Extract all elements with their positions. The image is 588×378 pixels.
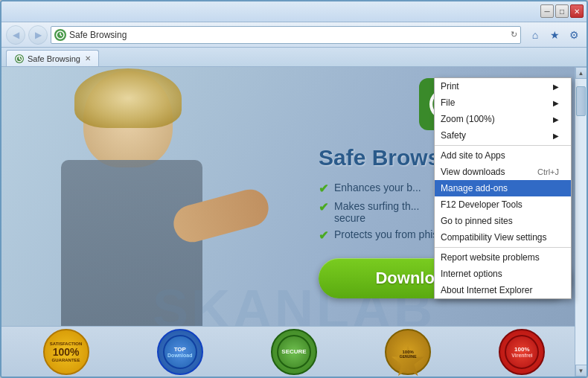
menu-arrow-zoom: ▶	[553, 115, 559, 124]
menu-item-view-downloads[interactable]: View downloads Ctrl+J	[435, 164, 571, 180]
scroll-track	[575, 79, 587, 365]
toolbar-icons: ⌂ ★ ⚙	[527, 27, 582, 43]
back-button[interactable]: ◀	[6, 25, 25, 45]
menu-item-about-ie[interactable]: About Internet Explorer	[435, 282, 571, 298]
title-bar-controls: ─ □ ✕	[540, 4, 584, 18]
settings-icon[interactable]: ⚙	[566, 27, 582, 43]
tab-safe-browsing[interactable]: Safe Browsing ✕	[6, 50, 99, 66]
menu-item-file[interactable]: File ▶	[435, 94, 571, 111]
menu-item-compat-view[interactable]: Compatibility View settings	[435, 229, 571, 246]
menu-item-print[interactable]: Print ▶	[435, 78, 571, 94]
badge-top-download: TOP Download	[157, 329, 203, 375]
check-icon-3: ✔	[319, 228, 328, 243]
check-icon-1: ✔	[319, 182, 328, 196]
tab-icon	[14, 54, 25, 64]
svg-line-2	[60, 35, 62, 36]
menu-arrow-print: ▶	[553, 83, 559, 91]
nav-bar: ◀ ▶ Safe Browsing ↻ ⌂ ★ ⚙	[1, 22, 587, 48]
menu-item-internet-options[interactable]: Internet options	[435, 266, 571, 282]
tab-label: Safe Browsing	[28, 54, 80, 63]
home-icon[interactable]: ⌂	[527, 27, 543, 43]
tab-close-button[interactable]: ✕	[85, 54, 91, 63]
menu-arrow-safety: ▶	[553, 132, 559, 140]
scrollbar-right: ▲ ▼	[575, 67, 587, 377]
menu-item-pinned-sites[interactable]: Go to pinned sites	[435, 213, 571, 229]
forward-button[interactable]: ▶	[28, 25, 48, 45]
minimize-button[interactable]: ─	[540, 4, 554, 18]
scroll-down-arrow[interactable]: ▼	[575, 365, 587, 377]
menu-item-f12[interactable]: F12 Developer Tools	[435, 196, 571, 213]
menu-item-zoom[interactable]: Zoom (100%) ▶	[435, 111, 571, 127]
badge-secure: SECURE	[271, 329, 317, 375]
menu-item-manage-addons[interactable]: Manage add-ons	[435, 180, 571, 196]
menu-arrow-file: ▶	[553, 99, 559, 107]
menu-item-add-site[interactable]: Add site to Apps	[435, 147, 571, 164]
refresh-button[interactable]: ↻	[511, 30, 517, 39]
title-bar: ─ □ ✕	[1, 1, 587, 22]
favorites-icon[interactable]: ★	[546, 27, 563, 43]
menu-item-safety[interactable]: Safety ▶	[435, 127, 571, 144]
page-content: SKANLAB Safe Browswing	[1, 67, 587, 377]
address-icon	[54, 29, 66, 41]
menu-item-report-problems[interactable]: Report website problems	[435, 249, 571, 266]
badge-virenfrei: 100% Virenfrei	[499, 329, 545, 375]
menu-divider-1	[435, 145, 571, 146]
address-bar[interactable]: Safe Browsing ↻	[51, 26, 521, 44]
check-icon-2: ✔	[319, 200, 328, 214]
close-button[interactable]: ✕	[570, 4, 584, 18]
badge-bar: SATISFACTION 100% GUARANTEE TOP Download…	[1, 326, 587, 377]
context-menu: Print ▶ File ▶ Zoom (100%) ▶ Safety ▶ Ad…	[434, 77, 572, 299]
address-text: Safe Browsing	[69, 30, 508, 40]
badge-guarantee: SATISFACTION 100% GUARANTEE	[43, 329, 89, 375]
browser-window: ─ □ ✕ ◀ ▶ Safe Browsing ↻ ⌂ ★ ⚙ Safe Bro…	[0, 0, 588, 378]
svg-line-6	[19, 59, 21, 60]
menu-shortcut-downloads: Ctrl+J	[537, 167, 559, 176]
scroll-thumb[interactable]	[576, 86, 586, 116]
badge-genuine: 100% GENUINE	[385, 329, 431, 375]
menu-divider-2	[435, 247, 571, 248]
maximize-button[interactable]: □	[555, 4, 569, 18]
scroll-up-arrow[interactable]: ▲	[575, 67, 587, 79]
tab-bar: Safe Browsing ✕	[1, 48, 587, 67]
